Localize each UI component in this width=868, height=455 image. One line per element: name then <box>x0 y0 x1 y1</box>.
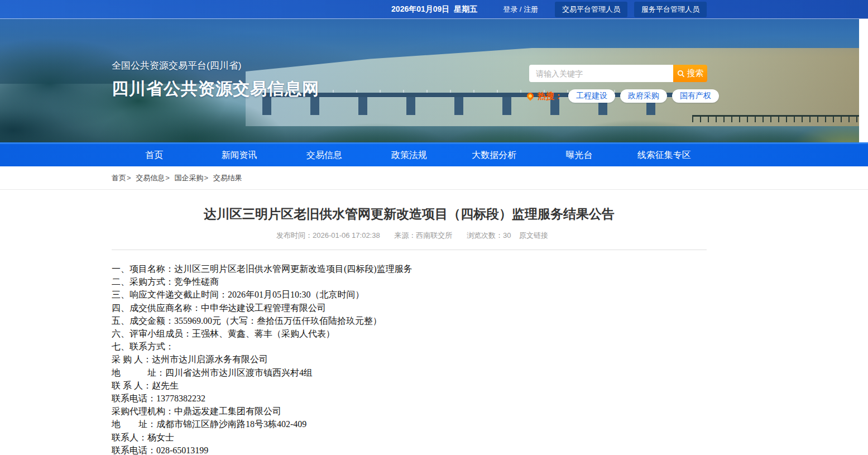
article-line: 地 址：四川省达州市达川区渡市镇西兴村4组 <box>112 366 707 379</box>
article-line: 五、成交金额：355969.00元（大写：叁拾伍万伍仟玖佰陆拾玖元整） <box>112 314 707 327</box>
article-title: 达川区三明片区老旧供水管网更新改造项目（四标段）监理服务结果公告 <box>112 205 707 223</box>
breadcrumb-trade-result[interactable]: 交易结果 <box>213 174 242 182</box>
breadcrumb-home[interactable]: 首页 <box>112 174 126 182</box>
site-header: 全国公共资源交易平台(四川省) 四川省公共资源交易信息网 <box>112 59 319 100</box>
login-register-link[interactable]: 登录 / 注册 <box>503 4 538 15</box>
article-body: 一、项目名称：达川区三明片区老旧供水管网更新改造项目(四标段)监理服务 二、采购… <box>112 262 707 455</box>
search-button-label: 搜索 <box>687 68 704 79</box>
trade-platform-admin-button[interactable]: 交易平台管理人员 <box>555 2 627 17</box>
article-line: 采 购 人：达州市达川启源水务有限公司 <box>112 353 707 366</box>
current-date: 2026年01月09日 星期五 <box>391 4 477 15</box>
search-input[interactable] <box>529 65 673 82</box>
article-line: 联系电话：13778382232 <box>112 392 707 405</box>
search-icon <box>677 70 685 78</box>
site-title: 四川省公共资源交易信息网 <box>112 78 319 100</box>
service-platform-admin-button[interactable]: 服务平台管理人员 <box>634 2 707 17</box>
article-line: 采购代理机构：中鼎远发建工集团有限公司 <box>112 405 707 418</box>
hot-search-label: 热搜： <box>538 91 563 102</box>
breadcrumb: 首页> 交易信息> 国企采购> 交易结果 <box>0 166 868 190</box>
article-line: 六、评审小组成员：王强林、黄鑫、蒋丰（采购人代表） <box>112 327 707 340</box>
nav-item-exposure[interactable]: 曝光台 <box>536 144 621 166</box>
top-utility-bar: 2026年01月09日 星期五 登录 / 注册 交易平台管理人员 服务平台管理人… <box>0 0 868 19</box>
breadcrumb-separator: > <box>165 174 170 182</box>
article-line: 联 系 人：赵先生 <box>112 379 707 392</box>
article-line: 四、成交供应商名称：中申华达建设工程管理有限公司 <box>112 301 707 314</box>
article-line: 一、项目名称：达川区三明片区老旧供水管网更新改造项目(四标段)监理服务 <box>112 262 707 275</box>
article-line: 七、联系方式： <box>112 340 707 353</box>
view-count: 浏览次数：30 <box>467 231 511 240</box>
article-line: 联系电话：028-65013199 <box>112 444 707 455</box>
hot-tag-gov-procurement[interactable]: 政府采购 <box>620 89 667 103</box>
nav-item-news[interactable]: 新闻资讯 <box>196 144 281 166</box>
breadcrumb-separator: > <box>204 174 208 182</box>
nav-item-trade-info[interactable]: 交易信息 <box>282 144 367 166</box>
platform-label: 全国公共资源交易平台(四川省) <box>112 59 319 72</box>
nav-item-clue-collection[interactable]: 线索征集专区 <box>622 144 707 166</box>
nav-item-policy[interactable]: 政策法规 <box>367 144 452 166</box>
article-line: 地 址：成都市锦江区静沙南路18号3栋402-409 <box>112 418 707 430</box>
breadcrumb-separator: > <box>127 174 131 182</box>
article-line: 二、采购方式：竞争性磋商 <box>112 275 707 288</box>
banner-right-gutter <box>859 19 868 142</box>
breadcrumb-trade-info[interactable]: 交易信息 <box>136 174 165 182</box>
flame-icon <box>526 92 535 101</box>
article-source: 来源：西南联交所 <box>394 231 452 240</box>
main-nav: 首页 新闻资讯 交易信息 政策法规 大数据分析 曝光台 线索征集专区 <box>0 142 868 166</box>
nav-item-home[interactable]: 首页 <box>112 144 196 166</box>
article-line: 三、响应文件递交截止时间：2026年01月05日10:30（北京时间） <box>112 288 707 301</box>
hot-tag-state-assets[interactable]: 国有产权 <box>672 89 719 103</box>
article-line: 联系人：杨女士 <box>112 431 707 444</box>
article-header: 达川区三明片区老旧供水管网更新改造项目（四标段）监理服务结果公告 发布时间：20… <box>112 205 707 250</box>
search-button[interactable]: 搜索 <box>673 65 707 82</box>
publish-time: 发布时间：2026-01-06 17:02:38 <box>276 231 380 240</box>
breadcrumb-soe-procurement[interactable]: 国企采购 <box>174 174 203 182</box>
nav-item-bigdata[interactable]: 大数据分析 <box>452 144 536 166</box>
article-meta: 发布时间：2026-01-06 17:02:38 来源：西南联交所 浏览次数：3… <box>112 231 707 241</box>
hot-tag-project[interactable]: 工程建设 <box>568 89 615 103</box>
original-link[interactable]: 原文链接 <box>519 231 548 240</box>
search-bar: 搜索 <box>529 65 707 82</box>
hot-search-row: 热搜： 工程建设 政府采购 国有产权 <box>527 89 724 103</box>
